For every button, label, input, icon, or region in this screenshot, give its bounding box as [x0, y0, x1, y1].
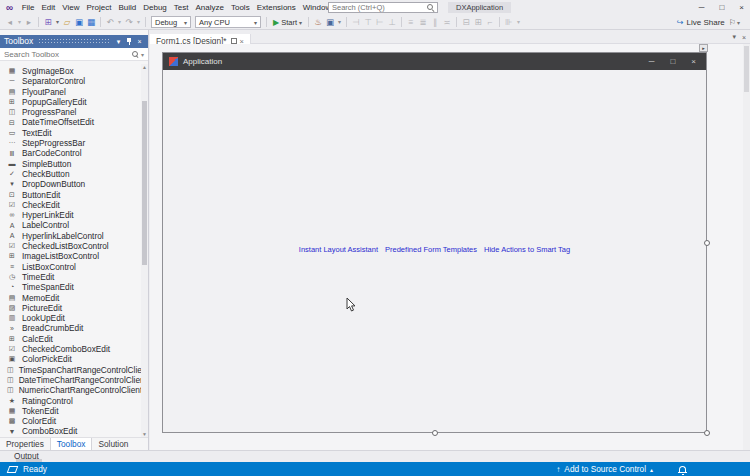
toolbox-item-barcodecontrol[interactable]: ⅢBarCodeControl — [0, 148, 141, 158]
menu-analyze[interactable]: Analyze — [192, 0, 227, 15]
designer-canvas[interactable]: ▸ Application ─ □ × Instant Layout Assis… — [150, 44, 750, 450]
toolbox-search-box[interactable]: ▾ — [0, 48, 148, 61]
close-button[interactable]: × — [691, 57, 696, 66]
toolbox-item-textedit[interactable]: ▭TextEdit — [0, 128, 141, 138]
menu-tools[interactable]: Tools — [227, 0, 253, 15]
close-button[interactable]: × — [739, 3, 744, 12]
toolbar-overflow-caret-icon[interactable]: ▾ — [515, 16, 522, 29]
menu-build[interactable]: Build — [115, 0, 140, 15]
quick-search-input[interactable] — [332, 3, 427, 12]
nav-back-icon[interactable]: ◂ — [4, 16, 16, 29]
start-debugging-button[interactable]: ▶ Start ▾ — [273, 18, 302, 27]
minimize-button[interactable]: ─ — [649, 57, 655, 66]
toolbox-item-flyoutpanel[interactable]: ▤FlyoutPanel — [0, 87, 141, 97]
toolbox-item-separatorcontrol[interactable]: ─SeparatorControl — [0, 76, 141, 86]
align-middles-icon[interactable]: ≡ — [405, 16, 417, 29]
toolbox-item-datetimechartrangecontrolclient[interactable]: ◫DateTimeChartRangeControlClient — [0, 375, 141, 385]
maximize-button[interactable]: □ — [670, 57, 675, 66]
same-width-icon[interactable]: ∥ — [429, 16, 441, 29]
align-lefts-icon[interactable]: ⊣ — [350, 16, 362, 29]
toolbox-scrollbar[interactable]: ▲ ▼ — [141, 64, 148, 437]
solution-configuration-dropdown[interactable]: Debug ▾ — [151, 16, 191, 28]
toolbox-item-ratingcontrol[interactable]: ★RatingControl — [0, 396, 141, 406]
minimize-button[interactable]: ─ — [699, 3, 705, 12]
redo-icon[interactable]: ↷ — [123, 16, 135, 29]
toolbox-item-hyperlinklabelcontrol[interactable]: AHyperlinkLabelControl — [0, 231, 141, 241]
menu-extensions[interactable]: Extensions — [253, 0, 299, 15]
link-instant-layout-assistant[interactable]: Instant Layout Assistant — [299, 245, 378, 254]
same-height-icon[interactable]: ≍ — [441, 16, 453, 29]
toolbox-item-lookupedit[interactable]: ▥LookUpEdit — [0, 313, 141, 323]
active-files-caret-icon[interactable]: ▾ — [732, 33, 736, 41]
toolbox-item-timeedit[interactable]: ◷TimeEdit — [0, 272, 141, 282]
toolbox-item-memoedit[interactable]: ▤MemoEdit — [0, 293, 141, 303]
vertical-spacing-icon[interactable]: ⌐ — [484, 16, 496, 29]
toolbar-options-caret-icon[interactable]: ▾ — [336, 16, 343, 29]
toolbox-item-datetimeoffsetedit[interactable]: ⊟DateTimeOffsetEdit — [0, 117, 141, 127]
toolbox-item-svgimagebox[interactable]: ▦SvgImageBox — [0, 66, 141, 76]
new-project-caret-icon[interactable]: ▾ — [54, 16, 61, 29]
toolbox-item-breadcrumbedit[interactable]: »BreadCrumbEdit — [0, 323, 141, 333]
profiler-icon[interactable]: ♨ — [312, 16, 324, 29]
editor-scrollbar[interactable] — [743, 44, 750, 450]
toolbox-header[interactable]: Toolbox ▾ × — [0, 35, 148, 48]
toolbox-item-tokenedit[interactable]: ▦TokenEdit — [0, 406, 141, 416]
menu-file[interactable]: File — [18, 0, 38, 15]
find-in-files-icon[interactable]: ▣ — [324, 16, 336, 29]
toolbox-drag-grip[interactable] — [38, 38, 109, 45]
add-to-source-control-button[interactable]: Add to Source Control — [564, 464, 646, 474]
solution-platform-dropdown[interactable]: Any CPU ▾ — [195, 16, 261, 28]
undo-icon[interactable]: ↶ — [104, 16, 116, 29]
toolbox-item-numericchartrangecontrolclient[interactable]: ◫NumericChartRangeControlClient — [0, 385, 141, 395]
menu-view[interactable]: View — [59, 0, 83, 15]
scrollbar-thumb[interactable] — [142, 101, 147, 265]
pin-icon[interactable] — [126, 37, 132, 46]
toolbox-item-checkedcomboboxedit[interactable]: ☑CheckedComboBoxEdit — [0, 344, 141, 354]
same-size-icon[interactable]: ⊟ — [460, 16, 472, 29]
toolbox-item-simplebutton[interactable]: ▬SimpleButton — [0, 159, 141, 169]
toolbox-item-dropdownbutton[interactable]: ▾DropDownButton — [0, 179, 141, 189]
link-hide-actions-to-smart-tag[interactable]: Hide Actions to Smart Tag — [484, 245, 570, 254]
horizontal-spacing-icon[interactable]: ⊞ — [472, 16, 484, 29]
resize-handle-right[interactable] — [704, 240, 710, 246]
undo-caret-icon[interactable]: ▾ — [116, 16, 123, 29]
feedback-button[interactable]: ⚐ ▾ — [729, 18, 740, 27]
nav-forward-icon[interactable]: ▸ — [23, 16, 35, 29]
tab-toolbox[interactable]: Toolbox — [50, 438, 93, 450]
resize-handle-bottom-right[interactable] — [704, 430, 710, 436]
toolbox-item-checkedlistboxcontrol[interactable]: ☑CheckedListBoxControl — [0, 241, 141, 251]
live-share-button[interactable]: ↪ Live Share — [677, 18, 725, 27]
menu-test[interactable]: Test — [170, 0, 192, 15]
toolbox-item-stepprogressbar[interactable]: ⋯StepProgressBar — [0, 138, 141, 148]
toolbox-item-popupgalleryedit[interactable]: ⊞PopupGalleryEdit — [0, 97, 141, 107]
resize-handle-bottom[interactable] — [432, 430, 438, 436]
close-icon[interactable]: × — [135, 38, 144, 45]
toolbox-item-progresspanel[interactable]: ◫ProgressPanel — [0, 107, 141, 117]
chevron-up-icon[interactable]: ▴ — [650, 466, 653, 473]
align-tops-icon[interactable]: ⊥ — [386, 16, 398, 29]
designer-form[interactable]: Application ─ □ × Instant Layout Assista… — [162, 52, 707, 433]
toolbox-item-checkedit[interactable]: ☑CheckEdit — [0, 200, 141, 210]
form-body[interactable]: Instant Layout AssistantPredefined Form … — [163, 70, 706, 432]
toolbox-item-listboxcontrol[interactable]: ≡ListBoxControl — [0, 262, 141, 272]
toolbox-item-comboboxedit[interactable]: ▼ComboBoxEdit — [0, 426, 141, 436]
form-titlebar[interactable]: Application ─ □ × — [163, 53, 706, 70]
new-project-icon[interactable]: ⊞ — [42, 16, 54, 29]
maximize-button[interactable]: □ — [719, 3, 724, 12]
toolbox-item-labelcontrol[interactable]: ALabelControl — [0, 220, 141, 230]
smart-tag-button[interactable]: ▸ — [699, 44, 708, 52]
align-rights-icon[interactable]: ⊢ — [374, 16, 386, 29]
toolbox-item-coloredit[interactable]: ▩ColorEdit — [0, 416, 141, 426]
nav-back-caret-icon[interactable]: ▾ — [16, 16, 23, 29]
toolbox-item-timespanchartrangecontrolclient[interactable]: ◫TimeSpanChartRangeControlClient — [0, 365, 141, 375]
redo-caret-icon[interactable]: ▾ — [135, 16, 142, 29]
toolbox-item-checkbutton[interactable]: ✓CheckButton — [0, 169, 141, 179]
tab-properties[interactable]: Properties — [0, 438, 50, 450]
toolbox-item-calcedit[interactable]: ⊞CalcEdit — [0, 334, 141, 344]
toolbox-item-hyperlinkedit[interactable]: ∞HyperLinkEdit — [0, 210, 141, 220]
toolbox-item-colorpickedit[interactable]: ▣ColorPickEdit — [0, 354, 141, 364]
toolbox-search-input[interactable] — [4, 50, 130, 59]
align-bottoms-icon[interactable]: ≣ — [417, 16, 429, 29]
toolbox-item-timespanedit[interactable]: ◔TimeSpanEdit — [0, 282, 141, 292]
scrollbar-thumb[interactable] — [744, 46, 749, 92]
